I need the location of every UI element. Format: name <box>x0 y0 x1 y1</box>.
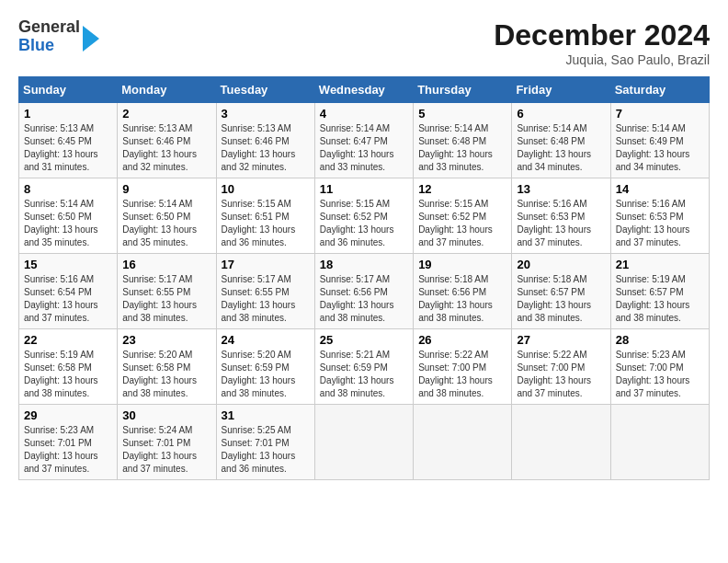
title-section: December 2024 Juquia, Sao Paulo, Brazil <box>494 18 710 67</box>
calendar-cell: 10 Sunrise: 5:15 AMSunset: 6:51 PMDaylig… <box>216 178 314 254</box>
day-number: 6 <box>517 107 605 121</box>
calendar-cell: 21 Sunrise: 5:19 AMSunset: 6:57 PMDaylig… <box>610 254 709 329</box>
day-info: Sunrise: 5:14 AMSunset: 6:48 PMDaylight:… <box>517 122 605 174</box>
calendar-cell: 28 Sunrise: 5:23 AMSunset: 7:00 PMDaylig… <box>610 329 709 405</box>
day-number: 9 <box>122 182 210 196</box>
calendar-table: SundayMondayTuesdayWednesdayThursdayFrid… <box>18 76 710 480</box>
day-number: 7 <box>616 107 704 121</box>
logo-text: General Blue <box>18 18 80 55</box>
day-number: 11 <box>320 182 408 196</box>
calendar-cell: 9 Sunrise: 5:14 AMSunset: 6:50 PMDayligh… <box>118 178 216 254</box>
day-number: 28 <box>616 333 704 347</box>
day-number: 30 <box>122 408 210 422</box>
calendar-cell: 23 Sunrise: 5:20 AMSunset: 6:58 PMDaylig… <box>118 329 216 405</box>
weekday-header-sunday: Sunday <box>19 77 118 103</box>
calendar-cell <box>414 405 512 480</box>
day-number: 1 <box>24 107 112 121</box>
day-info: Sunrise: 5:16 AMSunset: 6:53 PMDaylight:… <box>517 198 605 249</box>
day-number: 8 <box>24 182 112 196</box>
calendar-cell <box>512 405 610 480</box>
calendar-cell: 15 Sunrise: 5:16 AMSunset: 6:54 PMDaylig… <box>19 254 118 329</box>
day-info: Sunrise: 5:13 AMSunset: 6:46 PMDaylight:… <box>222 122 310 174</box>
day-number: 3 <box>222 107 310 121</box>
day-info: Sunrise: 5:23 AMSunset: 7:00 PMDaylight:… <box>616 349 704 400</box>
calendar-cell <box>610 405 709 480</box>
calendar-cell: 1 Sunrise: 5:13 AMSunset: 6:45 PMDayligh… <box>19 103 118 178</box>
calendar-cell: 4 Sunrise: 5:14 AMSunset: 6:47 PMDayligh… <box>314 103 413 178</box>
logo-general: General <box>18 18 80 37</box>
day-info: Sunrise: 5:16 AMSunset: 6:54 PMDaylight:… <box>24 273 112 325</box>
day-info: Sunrise: 5:15 AMSunset: 6:52 PMDaylight:… <box>320 198 408 249</box>
day-number: 19 <box>418 258 506 271</box>
logo-blue: Blue <box>18 37 80 55</box>
day-number: 26 <box>418 333 506 347</box>
calendar-cell: 31 Sunrise: 5:25 AMSunset: 7:01 PMDaylig… <box>216 405 314 480</box>
day-info: Sunrise: 5:15 AMSunset: 6:52 PMDaylight:… <box>418 198 506 249</box>
day-number: 15 <box>24 258 112 271</box>
week-row-2: 8 Sunrise: 5:14 AMSunset: 6:50 PMDayligh… <box>19 178 710 254</box>
day-number: 2 <box>122 107 210 121</box>
day-number: 25 <box>320 333 408 347</box>
calendar-cell: 5 Sunrise: 5:14 AMSunset: 6:48 PMDayligh… <box>414 103 512 178</box>
weekday-header-tuesday: Tuesday <box>216 77 314 103</box>
logo-arrow-icon <box>83 26 99 52</box>
calendar-cell: 13 Sunrise: 5:16 AMSunset: 6:53 PMDaylig… <box>512 178 610 254</box>
day-info: Sunrise: 5:19 AMSunset: 6:57 PMDaylight:… <box>616 273 704 325</box>
day-number: 17 <box>222 258 310 271</box>
day-number: 4 <box>320 107 408 121</box>
day-info: Sunrise: 5:17 AMSunset: 6:55 PMDaylight:… <box>122 273 210 325</box>
day-info: Sunrise: 5:25 AMSunset: 7:01 PMDaylight:… <box>222 424 310 476</box>
month-title: December 2024 <box>494 18 710 52</box>
calendar-cell: 16 Sunrise: 5:17 AMSunset: 6:55 PMDaylig… <box>118 254 216 329</box>
weekday-header-monday: Monday <box>118 77 216 103</box>
weekday-header-wednesday: Wednesday <box>314 77 413 103</box>
calendar-cell: 8 Sunrise: 5:14 AMSunset: 6:50 PMDayligh… <box>19 178 118 254</box>
calendar-cell: 11 Sunrise: 5:15 AMSunset: 6:52 PMDaylig… <box>314 178 413 254</box>
day-info: Sunrise: 5:22 AMSunset: 7:00 PMDaylight:… <box>418 349 506 400</box>
calendar-cell: 14 Sunrise: 5:16 AMSunset: 6:53 PMDaylig… <box>610 178 709 254</box>
day-number: 13 <box>517 182 605 196</box>
day-number: 10 <box>222 182 310 196</box>
calendar-cell: 27 Sunrise: 5:22 AMSunset: 7:00 PMDaylig… <box>512 329 610 405</box>
day-number: 16 <box>122 258 210 271</box>
week-row-1: 1 Sunrise: 5:13 AMSunset: 6:45 PMDayligh… <box>19 103 710 178</box>
day-info: Sunrise: 5:22 AMSunset: 7:00 PMDaylight:… <box>517 349 605 400</box>
day-info: Sunrise: 5:18 AMSunset: 6:57 PMDaylight:… <box>517 273 605 325</box>
weekday-header-thursday: Thursday <box>414 77 512 103</box>
day-number: 5 <box>418 107 506 121</box>
calendar-cell: 26 Sunrise: 5:22 AMSunset: 7:00 PMDaylig… <box>414 329 512 405</box>
day-info: Sunrise: 5:18 AMSunset: 6:56 PMDaylight:… <box>418 273 506 325</box>
calendar-cell: 3 Sunrise: 5:13 AMSunset: 6:46 PMDayligh… <box>216 103 314 178</box>
day-info: Sunrise: 5:24 AMSunset: 7:01 PMDaylight:… <box>122 424 210 476</box>
day-info: Sunrise: 5:23 AMSunset: 7:01 PMDaylight:… <box>24 424 112 476</box>
day-info: Sunrise: 5:14 AMSunset: 6:48 PMDaylight:… <box>418 122 506 174</box>
calendar-cell <box>314 405 413 480</box>
day-number: 20 <box>517 258 605 271</box>
calendar-cell: 20 Sunrise: 5:18 AMSunset: 6:57 PMDaylig… <box>512 254 610 329</box>
day-info: Sunrise: 5:13 AMSunset: 6:45 PMDaylight:… <box>24 122 112 174</box>
week-row-5: 29 Sunrise: 5:23 AMSunset: 7:01 PMDaylig… <box>19 405 710 480</box>
weekday-header-friday: Friday <box>512 77 610 103</box>
weekday-header-saturday: Saturday <box>610 77 709 103</box>
day-info: Sunrise: 5:14 AMSunset: 6:47 PMDaylight:… <box>320 122 408 174</box>
calendar-cell: 12 Sunrise: 5:15 AMSunset: 6:52 PMDaylig… <box>414 178 512 254</box>
calendar-cell: 7 Sunrise: 5:14 AMSunset: 6:49 PMDayligh… <box>610 103 709 178</box>
week-row-4: 22 Sunrise: 5:19 AMSunset: 6:58 PMDaylig… <box>19 329 710 405</box>
day-info: Sunrise: 5:14 AMSunset: 6:50 PMDaylight:… <box>24 198 112 249</box>
day-info: Sunrise: 5:16 AMSunset: 6:53 PMDaylight:… <box>616 198 704 249</box>
day-info: Sunrise: 5:17 AMSunset: 6:55 PMDaylight:… <box>222 273 310 325</box>
calendar-cell: 24 Sunrise: 5:20 AMSunset: 6:59 PMDaylig… <box>216 329 314 405</box>
day-info: Sunrise: 5:14 AMSunset: 6:49 PMDaylight:… <box>616 122 704 174</box>
day-number: 18 <box>320 258 408 271</box>
calendar-cell: 19 Sunrise: 5:18 AMSunset: 6:56 PMDaylig… <box>414 254 512 329</box>
calendar-cell: 29 Sunrise: 5:23 AMSunset: 7:01 PMDaylig… <box>19 405 118 480</box>
day-number: 22 <box>24 333 112 347</box>
day-number: 31 <box>222 408 310 422</box>
calendar-cell: 25 Sunrise: 5:21 AMSunset: 6:59 PMDaylig… <box>314 329 413 405</box>
calendar-cell: 17 Sunrise: 5:17 AMSunset: 6:55 PMDaylig… <box>216 254 314 329</box>
calendar-cell: 6 Sunrise: 5:14 AMSunset: 6:48 PMDayligh… <box>512 103 610 178</box>
week-row-3: 15 Sunrise: 5:16 AMSunset: 6:54 PMDaylig… <box>19 254 710 329</box>
calendar-cell: 30 Sunrise: 5:24 AMSunset: 7:01 PMDaylig… <box>118 405 216 480</box>
day-info: Sunrise: 5:13 AMSunset: 6:46 PMDaylight:… <box>122 122 210 174</box>
day-info: Sunrise: 5:19 AMSunset: 6:58 PMDaylight:… <box>24 349 112 400</box>
